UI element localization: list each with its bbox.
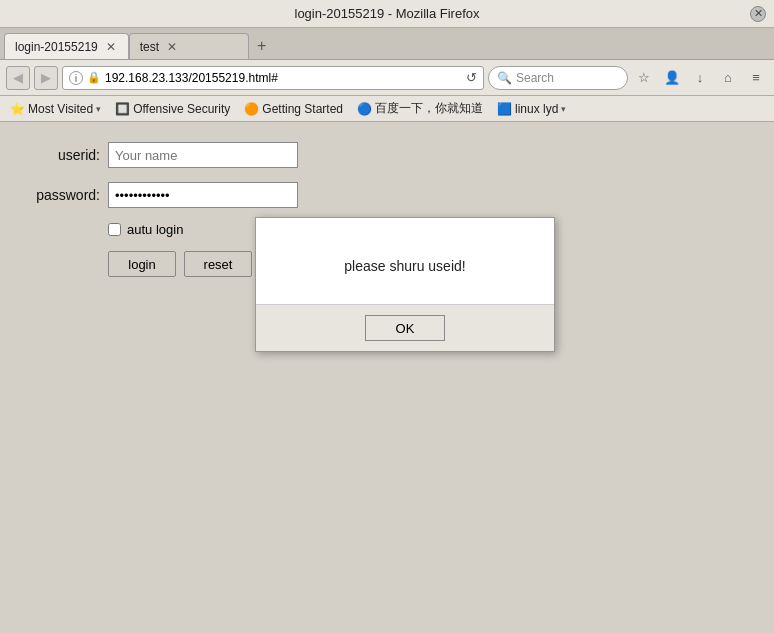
tab-bar: login-20155219 ✕ test ✕ + — [0, 28, 774, 60]
home-icon: ⌂ — [724, 70, 732, 85]
bookmark-linux-label: linux lyd — [515, 102, 558, 116]
bookmark-linux-lyd[interactable]: 🟦 linux lyd ▾ — [493, 100, 570, 118]
dialog-ok-button[interactable]: OK — [365, 315, 445, 341]
title-bar: login-20155219 - Mozilla Firefox ✕ — [0, 0, 774, 28]
address-bar[interactable]: i 🔒 ↺ — [62, 66, 484, 90]
bookmark-most-visited[interactable]: ⭐ Most Visited ▾ — [6, 100, 105, 118]
back-icon: ◀ — [13, 70, 23, 85]
user-button[interactable]: 👤 — [660, 66, 684, 90]
user-icon: 👤 — [664, 70, 680, 85]
browser-window: login-20155219 - Mozilla Firefox ✕ login… — [0, 0, 774, 633]
bookmark-icon: ⭐ — [10, 102, 25, 116]
chevron-down-icon-linux: ▾ — [561, 104, 566, 114]
bookmark-os-label: Offensive Security — [133, 102, 230, 116]
bookmark-star-button[interactable]: ☆ — [632, 66, 656, 90]
bookmark-star-icon: ☆ — [638, 70, 650, 85]
search-placeholder: Search — [516, 71, 554, 85]
dialog-message: please shuru useid! — [344, 258, 465, 274]
menu-button[interactable]: ≡ — [744, 66, 768, 90]
info-icon: i — [69, 71, 83, 85]
bookmark-gs-icon: 🟠 — [244, 102, 259, 116]
alert-dialog: please shuru useid! OK — [255, 217, 555, 352]
window-close-button[interactable]: ✕ — [750, 6, 766, 22]
address-input[interactable] — [105, 71, 462, 85]
dialog-overlay: please shuru useid! OK — [0, 122, 774, 633]
back-button[interactable]: ◀ — [6, 66, 30, 90]
tab-login-close[interactable]: ✕ — [104, 40, 118, 54]
forward-button[interactable]: ▶ — [34, 66, 58, 90]
bookmark-baidu-label: 百度一下，你就知道 — [375, 100, 483, 117]
new-tab-icon: + — [257, 37, 266, 55]
forward-icon: ▶ — [41, 70, 51, 85]
tab-test-label: test — [140, 40, 159, 54]
bookmark-label: Most Visited — [28, 102, 93, 116]
bookmark-gs-label: Getting Started — [262, 102, 343, 116]
tab-login-label: login-20155219 — [15, 40, 98, 54]
bookmark-offensive-security[interactable]: 🔲 Offensive Security — [111, 100, 234, 118]
reload-button[interactable]: ↺ — [466, 70, 477, 85]
close-icon: ✕ — [754, 7, 763, 20]
bookmark-linux-icon: 🟦 — [497, 102, 512, 116]
bookmark-baidu[interactable]: 🔵 百度一下，你就知道 — [353, 98, 487, 119]
search-bar[interactable]: 🔍 Search — [488, 66, 628, 90]
bookmark-baidu-icon: 🔵 — [357, 102, 372, 116]
window-title: login-20155219 - Mozilla Firefox — [295, 6, 480, 21]
menu-icon: ≡ — [752, 70, 760, 85]
tab-test[interactable]: test ✕ — [129, 33, 249, 59]
search-icon: 🔍 — [497, 71, 512, 85]
nav-bar: ◀ ▶ i 🔒 ↺ 🔍 Search ☆ 👤 ↓ — [0, 60, 774, 96]
new-tab-button[interactable]: + — [249, 33, 275, 59]
tab-login[interactable]: login-20155219 ✕ — [4, 33, 129, 59]
dialog-footer: OK — [256, 304, 554, 351]
bookmark-getting-started[interactable]: 🟠 Getting Started — [240, 100, 347, 118]
tab-test-close[interactable]: ✕ — [165, 40, 179, 54]
download-icon: ↓ — [697, 70, 704, 85]
chevron-down-icon: ▾ — [96, 104, 101, 114]
page-content: userid: password: autu login login reset — [0, 122, 774, 633]
download-button[interactable]: ↓ — [688, 66, 712, 90]
bookmarks-bar: ⭐ Most Visited ▾ 🔲 Offensive Security 🟠 … — [0, 96, 774, 122]
dialog-content: please shuru useid! — [256, 218, 554, 304]
home-button[interactable]: ⌂ — [716, 66, 740, 90]
nav-icons: ☆ 👤 ↓ ⌂ ≡ — [632, 66, 768, 90]
bookmark-os-icon: 🔲 — [115, 102, 130, 116]
lock-icon: 🔒 — [87, 71, 101, 84]
